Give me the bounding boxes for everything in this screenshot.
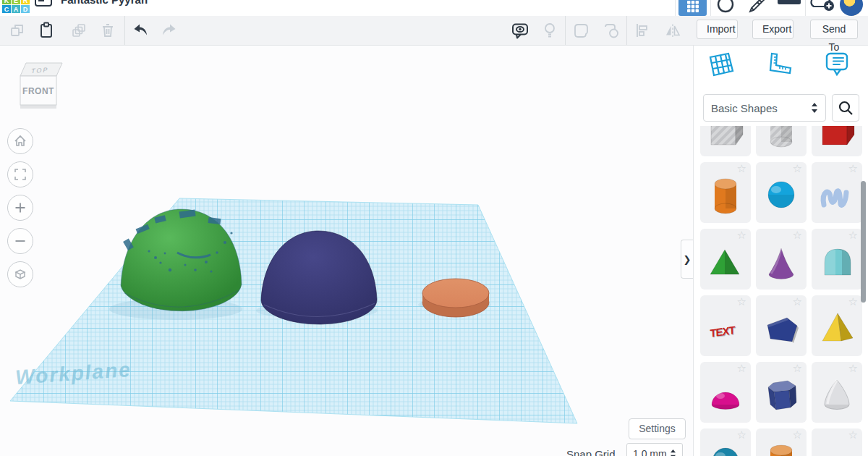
- shape-item-half-sphere[interactable]: ☆: [700, 362, 751, 423]
- shape-item-torus[interactable]: ☆: [700, 428, 751, 456]
- shape-item-paraboloid[interactable]: ☆: [812, 362, 862, 423]
- pyramid-thumbnail-icon: [815, 305, 859, 349]
- logo-tile: R: [21, 0, 30, 4]
- shape-item-hole-cylinder[interactable]: ☆: [756, 126, 807, 156]
- keyboard-icon[interactable]: [777, 0, 801, 12]
- redo-icon: [161, 22, 178, 39]
- shape-item-cylinder[interactable]: ☆: [700, 162, 751, 223]
- shapes-panel: Basic Shapes ☆ ☆ ☆ ☆ ☆ ☆☆ ☆ ☆ ☆TEXT TEXT…: [694, 45, 868, 456]
- delete-trash-icon: [99, 22, 116, 39]
- paste-icon[interactable]: [38, 22, 55, 39]
- snap-grid-select[interactable]: 1.0 mm: [626, 443, 683, 456]
- header-divider: [710, 0, 711, 16]
- shapes-grid: ☆ ☆ ☆ ☆ ☆ ☆☆ ☆ ☆ ☆TEXT TEXT☆ ☆ ☆ ☆: [700, 126, 867, 456]
- header-divider: [675, 0, 676, 16]
- send-to-button[interactable]: Send To: [810, 20, 858, 39]
- sort-arrows-icon: [670, 449, 676, 456]
- box-thumbnail-icon: [815, 126, 859, 149]
- view-cube-front-label[interactable]: FRONT: [22, 86, 54, 96]
- zoom-out-button[interactable]: [7, 228, 33, 254]
- hole-cylinder-thumbnail-icon: [760, 126, 803, 149]
- shape-item-roof[interactable]: ☆: [700, 229, 751, 290]
- header-bar: KERCAD Fantastic Pyyran: [0, 0, 868, 16]
- settings-button[interactable]: Settings: [629, 418, 686, 439]
- toolbar-divider: [565, 16, 566, 45]
- shape-category-dropdown[interactable]: Basic Shapes: [703, 94, 826, 122]
- zoom-in-button[interactable]: [7, 195, 33, 221]
- shape-item-hole-box[interactable]: ☆: [700, 126, 751, 156]
- user-avatar[interactable]: [840, 0, 863, 16]
- export-button[interactable]: Export: [752, 20, 793, 39]
- shape-item-round-roof[interactable]: ☆: [812, 229, 862, 290]
- copy-icon: [9, 22, 26, 39]
- scribble-thumbnail-icon: [815, 172, 859, 216]
- text-thumbnail-icon: TEXT TEXT: [704, 305, 747, 349]
- shape-item-tube[interactable]: ☆: [756, 428, 807, 456]
- sphere-thumbnail-icon: [760, 172, 803, 216]
- round-roof-thumbnail-icon: [815, 239, 859, 282]
- shape-item-sphere[interactable]: ☆: [756, 162, 807, 223]
- sort-arrows-icon: [811, 102, 818, 114]
- shapes-scroll-area[interactable]: ☆ ☆ ☆ ☆ ☆ ☆☆ ☆ ☆ ☆TEXT TEXT☆ ☆ ☆ ☆: [700, 126, 867, 456]
- perspective-cube-icon: [13, 267, 27, 282]
- view-cube[interactable]: TOP FRONT: [14, 57, 67, 115]
- fit-view-button[interactable]: [7, 161, 33, 187]
- home-icon: [13, 134, 27, 148]
- shape-item-prism[interactable]: ☆: [756, 362, 807, 423]
- toolbar-divider: [124, 16, 125, 45]
- show-all-icon[interactable]: [511, 22, 528, 39]
- roof-thumbnail-icon: [704, 239, 747, 282]
- view-cube-top-label[interactable]: TOP: [30, 67, 49, 75]
- design-thumbnail-icon[interactable]: [35, 0, 54, 12]
- shape-item-cone[interactable]: ☆: [756, 229, 807, 290]
- apps-grid-button[interactable]: [678, 0, 707, 16]
- shape-item-pyramid[interactable]: ☆: [812, 295, 862, 356]
- logo-tile: E: [12, 0, 20, 4]
- shape-item-text[interactable]: ☆TEXT TEXT: [700, 295, 751, 356]
- tinkercad-app: KERCAD Fantastic Pyyran: [0, 0, 868, 456]
- toolbar-divider: [626, 16, 627, 45]
- shape-item-polygon[interactable]: ☆: [756, 295, 807, 356]
- scene-canvas[interactable]: Workplane: [0, 46, 694, 456]
- search-icon: [837, 99, 854, 117]
- cloud-add-icon[interactable]: [809, 0, 837, 15]
- edit-pencil-icon[interactable]: [748, 0, 768, 16]
- shape-category-value: Basic Shapes: [711, 102, 778, 114]
- tube-thumbnail-icon: [760, 439, 803, 456]
- mirror-icon: [664, 22, 681, 39]
- shape-item-ring[interactable]: ☆: [812, 428, 862, 456]
- logo-tile: A: [12, 5, 20, 13]
- import-button[interactable]: Import: [697, 20, 738, 39]
- perspective-toggle-button[interactable]: [7, 261, 33, 287]
- search-shapes-button[interactable]: [832, 94, 859, 122]
- shape-item-scribble[interactable]: ☆: [812, 162, 862, 223]
- history-icon[interactable]: [716, 0, 735, 16]
- design-title[interactable]: Fantastic Pyyran: [61, 0, 148, 6]
- cylinder-thumbnail-icon: [704, 172, 747, 216]
- plus-icon: [13, 200, 27, 215]
- paraboloid-thumbnail-icon: [815, 372, 859, 415]
- header-divider: [805, 0, 806, 16]
- align-icon: [634, 22, 651, 39]
- group-icon: [572, 22, 590, 39]
- light-bulb-icon: [541, 22, 558, 39]
- undo-icon[interactable]: [132, 22, 149, 39]
- shape-item-box[interactable]: ☆: [812, 126, 862, 156]
- prism-thumbnail-icon: [760, 372, 803, 415]
- ruler-tool-button[interactable]: [765, 51, 793, 83]
- home-view-button[interactable]: [7, 128, 33, 154]
- panel-collapse-tab[interactable]: ❯: [681, 240, 693, 279]
- minus-icon: [13, 234, 27, 248]
- tinkercad-logo[interactable]: KERCAD: [2, 0, 30, 14]
- half-sphere-thumbnail-icon: [704, 372, 747, 415]
- ungroup-icon: [603, 22, 620, 39]
- panel-scrollbar-thumb[interactable]: [861, 181, 866, 303]
- workplane-tool-button[interactable]: [707, 51, 736, 83]
- main-toolbar: Import Export Send To: [0, 16, 868, 46]
- hole-box-thumbnail-icon: [704, 126, 747, 149]
- fit-view-icon: [13, 167, 27, 182]
- viewport-3d[interactable]: Workplane: [0, 46, 694, 456]
- grid-apps-icon: [686, 0, 699, 13]
- view-cube-base: [20, 105, 56, 109]
- orange-disc-object[interactable]: [422, 279, 489, 317]
